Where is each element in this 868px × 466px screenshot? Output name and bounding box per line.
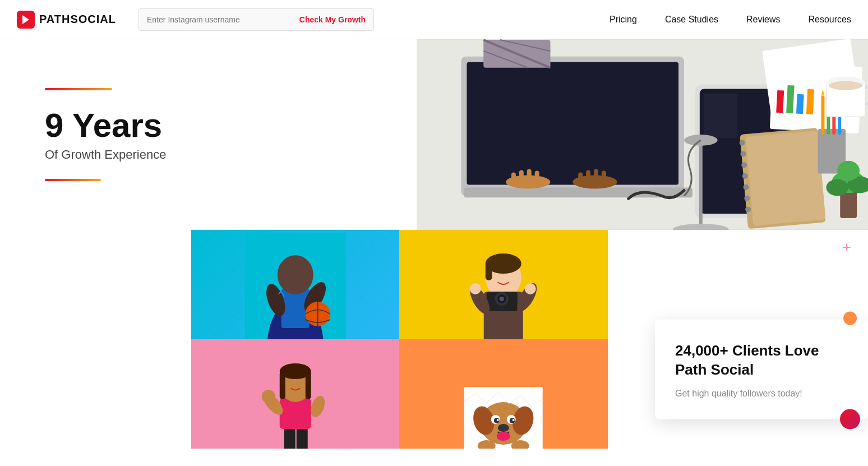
- svg-rect-31: [806, 89, 814, 114]
- svg-rect-4: [467, 62, 678, 185]
- svg-rect-80: [284, 426, 295, 449]
- hero-divider-bottom: [45, 179, 101, 181]
- logo-text: PATHSOCIAL: [39, 13, 116, 26]
- svg-rect-8: [511, 173, 516, 183]
- photo-cell-fitness: [191, 339, 400, 449]
- svg-point-56: [826, 179, 848, 196]
- photo-grid: [191, 230, 608, 449]
- svg-rect-11: [535, 171, 539, 182]
- popup-title: 24,000+ Clients Love Path Social: [675, 342, 848, 380]
- svg-rect-85: [279, 371, 285, 399]
- logo-icon: [17, 11, 35, 29]
- svg-marker-0: [22, 15, 29, 24]
- svg-rect-82: [279, 398, 311, 429]
- search-input[interactable]: [147, 15, 299, 24]
- nav-link-resources[interactable]: Resources: [809, 15, 851, 25]
- svg-point-89: [261, 390, 275, 403]
- popup-subtitle: Get high quality followers today!: [675, 389, 848, 399]
- svg-rect-42: [821, 95, 825, 135]
- svg-rect-33: [746, 131, 826, 226]
- svg-rect-70: [486, 261, 492, 280]
- svg-rect-10: [527, 169, 532, 183]
- svg-rect-22: [704, 93, 738, 138]
- popup-card: 24,000+ Clients Love Path Social Get hig…: [655, 319, 868, 419]
- hero-section: 9 Years Of Growth Experience: [0, 39, 868, 230]
- svg-rect-30: [796, 94, 804, 114]
- svg-point-102: [497, 432, 510, 441]
- svg-point-53: [829, 81, 862, 90]
- svg-rect-15: [602, 171, 606, 182]
- svg-point-99: [497, 419, 499, 421]
- svg-point-77: [470, 283, 481, 294]
- photo-cell-photographer: [399, 230, 608, 339]
- hero-left: 9 Years Of Growth Experience: [0, 39, 417, 230]
- svg-point-74: [500, 297, 504, 301]
- hero-subtitle: Of Growth Experience: [45, 147, 372, 162]
- popup-dot-pink: [840, 409, 860, 429]
- svg-point-78: [525, 283, 536, 294]
- svg-point-100: [513, 419, 515, 421]
- hero-years: 9 Years: [45, 107, 372, 144]
- search-area[interactable]: Check My Growth: [138, 8, 374, 31]
- photo-cell-basketball: [191, 230, 400, 339]
- svg-rect-12: [578, 173, 583, 183]
- svg-rect-14: [594, 169, 598, 183]
- svg-rect-86: [305, 371, 311, 399]
- hero-divider-top: [45, 88, 112, 90]
- svg-point-101: [498, 424, 509, 432]
- nav-link-case-studies[interactable]: Case Studies: [665, 15, 718, 25]
- photo-popup-area: +: [0, 230, 868, 449]
- nav-link-pricing[interactable]: Pricing: [610, 15, 637, 25]
- svg-rect-13: [586, 170, 590, 183]
- nav-link-reviews[interactable]: Reviews: [746, 15, 780, 25]
- plus-icon: +: [842, 238, 851, 256]
- svg-rect-9: [519, 170, 524, 183]
- svg-point-24: [684, 135, 718, 146]
- nav-links: Pricing Case Studies Reviews Resources: [610, 15, 851, 25]
- svg-point-64: [277, 255, 313, 294]
- svg-point-58: [837, 161, 860, 181]
- photo-cell-dog: [399, 339, 608, 449]
- hero-right: [417, 39, 868, 230]
- svg-rect-28: [776, 90, 784, 113]
- svg-rect-81: [296, 426, 307, 449]
- check-growth-button[interactable]: Check My Growth: [299, 15, 366, 24]
- popup-dot-orange: [843, 311, 857, 325]
- navbar: PATHSOCIAL Check My Growth Pricing Case …: [0, 0, 868, 39]
- logo-area[interactable]: PATHSOCIAL: [17, 11, 116, 29]
